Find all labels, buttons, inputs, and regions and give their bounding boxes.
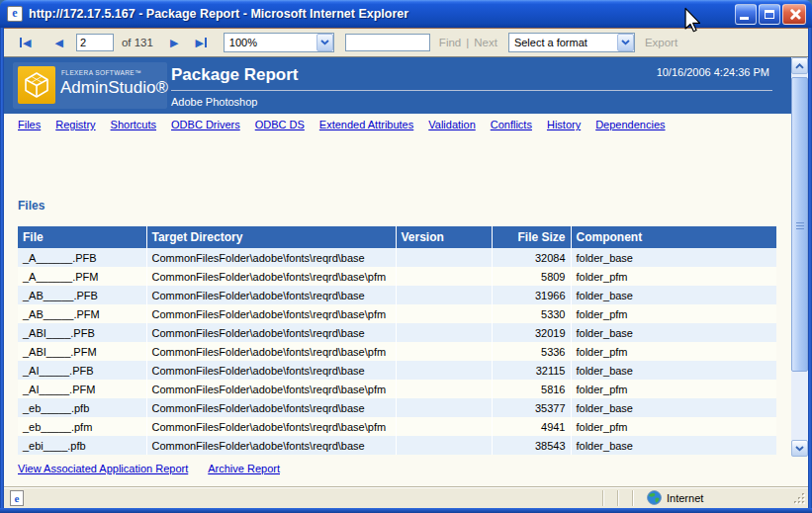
cell-version	[396, 398, 492, 417]
minimize-button[interactable]	[735, 4, 757, 25]
page-number-input[interactable]	[76, 34, 114, 51]
security-zone-label: Internet	[667, 492, 703, 504]
scrollbar-thumb[interactable]	[791, 77, 808, 372]
table-row: _ebi____.pfbCommonFilesFolder\adobe\font…	[18, 436, 776, 455]
report-page: FLEXERA SOFTWARE™ AdminStudio® Package R…	[4, 57, 808, 486]
status-pane-divider	[602, 490, 604, 506]
previous-page-button[interactable]: ◀	[54, 38, 62, 48]
brand-flexera-label: FLEXERA SOFTWARE™	[61, 69, 141, 76]
cell-component: folder_pfm	[571, 267, 776, 286]
header-divider	[171, 90, 772, 91]
cell-file: _AI_____.PFB	[18, 361, 146, 380]
nav-link-odbc-drivers[interactable]: ODBC Drivers	[171, 119, 240, 130]
cell-version	[396, 267, 492, 286]
report-toolbar: ◀ ◀ of 131 ▶ ▶ 100% Find | Next Select a…	[4, 28, 808, 57]
cell-file: _eb_____.pfm	[18, 417, 146, 436]
find-next-button[interactable]: Next	[474, 37, 497, 48]
cell-file: _ebi____.pfb	[18, 436, 146, 455]
cell-version	[396, 361, 492, 380]
cell-file-size: 35377	[492, 398, 571, 417]
nav-link-odbc-ds[interactable]: ODBC DS	[255, 119, 305, 130]
first-page-icon	[20, 38, 22, 47]
security-zone-pane: Internet	[647, 490, 791, 505]
browser-window: e http://172.17.5.167 - Package Report -…	[0, 0, 812, 513]
table-row: _eb_____.pfmCommonFilesFolder\adobe\font…	[18, 417, 776, 436]
nav-link-files[interactable]: Files	[18, 119, 41, 130]
zoom-select-value: 100%	[225, 37, 316, 48]
column-header-file: File	[18, 226, 146, 248]
cell-component: folder_pfm	[571, 380, 776, 398]
nav-link-registry[interactable]: Registry	[55, 119, 95, 130]
table-row: _ABI____.PFBCommonFilesFolder\adobe\font…	[18, 323, 776, 342]
cell-file: _AI_____.PFM	[18, 380, 146, 398]
scrollbar-grip-icon	[796, 222, 804, 229]
window-border-right	[808, 28, 812, 513]
table-row: _A______.PFBCommonFilesFolder\adobe\font…	[18, 248, 776, 267]
export-format-value: Select a format	[509, 37, 617, 48]
zoom-select[interactable]: 100%	[224, 33, 334, 52]
cell-file-size: 5809	[492, 267, 571, 286]
next-page-icon: ▶	[170, 38, 178, 48]
scroll-up-button[interactable]	[791, 57, 808, 74]
cell-version	[396, 436, 492, 455]
cell-target-directory: CommonFilesFolder\adobe\fonts\reqrd\base…	[146, 380, 396, 398]
footer-links: View Associated Application ReportArchiv…	[18, 463, 280, 474]
nav-link-history[interactable]: History	[547, 119, 581, 130]
table-row: _ABI____.PFMCommonFilesFolder\adobe\font…	[18, 342, 776, 361]
last-page-icon-triangle: ▶	[195, 38, 203, 48]
first-page-button[interactable]: ◀	[20, 38, 31, 48]
cell-file: _AB_____.PFB	[18, 286, 146, 304]
cell-target-directory: CommonFilesFolder\adobe\fonts\reqrd\base	[146, 286, 396, 304]
nav-link-conflicts[interactable]: Conflicts	[491, 119, 532, 130]
table-row: _AB_____.PFMCommonFilesFolder\adobe\font…	[18, 304, 776, 323]
cell-file-size: 4941	[492, 417, 571, 436]
next-page-button[interactable]: ▶	[170, 38, 178, 48]
cell-version	[396, 304, 492, 323]
status-pane-divider	[617, 490, 619, 506]
files-table: FileTarget DirectoryVersionFile SizeComp…	[18, 226, 776, 455]
maximize-button[interactable]	[759, 4, 780, 25]
footer-link-archive-report[interactable]: Archive Report	[208, 463, 280, 474]
table-row: _AI_____.PFMCommonFilesFolder\adobe\font…	[18, 380, 776, 398]
footer-link-view-associated-application-report[interactable]: View Associated Application Report	[18, 463, 188, 474]
status-pane-divider	[632, 490, 634, 506]
cell-target-directory: CommonFilesFolder\adobe\fonts\reqrd\base	[146, 323, 396, 342]
status-bar: e Internet	[4, 486, 808, 508]
cell-file-size: 5336	[492, 342, 571, 361]
cell-target-directory: CommonFilesFolder\adobe\fonts\reqrd\base…	[146, 267, 396, 286]
scroll-down-button[interactable]	[791, 440, 808, 457]
nav-link-validation[interactable]: Validation	[428, 119, 476, 130]
last-page-button[interactable]: ▶	[195, 38, 206, 48]
column-header-target-directory: Target Directory	[146, 226, 396, 248]
column-header-version: Version	[396, 226, 492, 248]
cell-file: _ABI____.PFM	[18, 342, 146, 361]
cell-target-directory: CommonFilesFolder\adobe\fonts\reqrd\base…	[146, 304, 396, 323]
cell-target-directory: CommonFilesFolder\adobe\fonts\reqrd\base	[146, 398, 396, 417]
column-header-file-size: File Size	[492, 226, 571, 248]
cell-file: _ABI____.PFB	[18, 323, 146, 342]
nav-link-extended-attributes[interactable]: Extended Attributes	[319, 119, 413, 130]
table-row: _A______.PFMCommonFilesFolder\adobe\font…	[18, 267, 776, 286]
resize-grip[interactable]	[791, 490, 807, 506]
column-header-component: Component	[571, 226, 776, 248]
chevron-down-icon[interactable]	[316, 34, 333, 51]
cell-file-size: 5330	[492, 304, 571, 323]
close-button[interactable]	[782, 4, 806, 25]
chevron-down-icon[interactable]	[617, 34, 634, 51]
report-title: Package Report	[171, 65, 299, 85]
export-format-select[interactable]: Select a format	[508, 33, 635, 52]
table-row: _eb_____.pfbCommonFilesFolder\adobe\font…	[18, 398, 776, 417]
cell-version	[396, 417, 492, 436]
brand-adminstudio-label: AdminStudio®	[60, 78, 168, 98]
export-button[interactable]: Export	[645, 37, 677, 48]
maximize-icon	[765, 10, 774, 19]
cell-version	[396, 380, 492, 398]
nav-link-dependencies[interactable]: Dependencies	[595, 119, 665, 130]
find-button[interactable]: Find	[439, 37, 461, 48]
window-controls	[735, 4, 806, 25]
cell-component: folder_pfm	[571, 342, 776, 361]
find-text-input[interactable]	[345, 34, 430, 51]
vertical-scrollbar[interactable]	[791, 57, 808, 457]
nav-link-shortcuts[interactable]: Shortcuts	[111, 119, 156, 130]
title-bar[interactable]: e http://172.17.5.167 - Package Report -…	[0, 0, 812, 28]
